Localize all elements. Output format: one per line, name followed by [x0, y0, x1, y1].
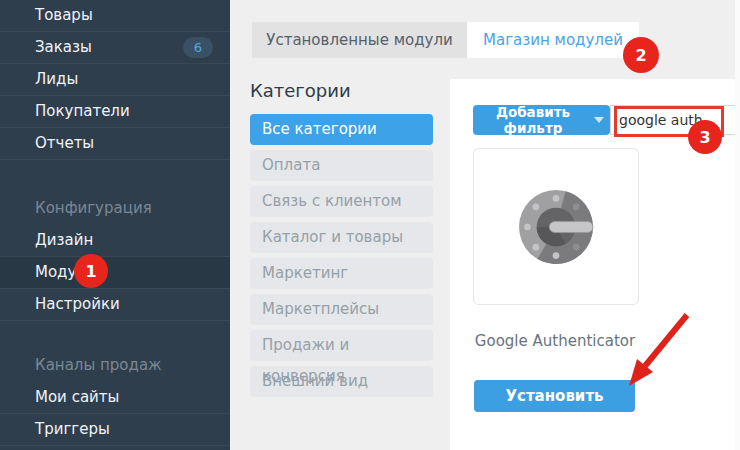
sidebar-item-label: Дизайн — [35, 231, 93, 249]
sidebar-item-label: Покупатели — [35, 102, 130, 120]
orders-count-badge: 6 — [183, 37, 213, 58]
scrollbar[interactable] — [735, 0, 740, 450]
modules-store-page: Товары Заказы 6 Лиды Покупатели Отчеты К… — [0, 0, 740, 450]
category-appearance[interactable]: Внешний вид — [250, 366, 433, 397]
tab-installed-modules[interactable]: Установленные модули — [252, 22, 467, 58]
sidebar-item-label: Заказы — [35, 38, 92, 56]
chevron-down-icon — [594, 117, 604, 123]
sidebar-item-label: Модули — [35, 263, 96, 281]
category-client-communication[interactable]: Связь с клиентом — [250, 186, 433, 217]
section-label: Каналы продаж — [35, 356, 162, 374]
add-filter-label: Добавить фильтр — [479, 104, 587, 136]
module-card[interactable] — [473, 148, 639, 305]
category-all[interactable]: Все категории — [250, 114, 433, 145]
sidebar-item-label: Отчеты — [35, 134, 94, 152]
sidebar-section-sales-channels: Каналы продаж — [0, 321, 230, 382]
sidebar-item-label: Лиды — [35, 70, 78, 88]
category-sales-conversion[interactable]: Продажи и конверсия — [250, 330, 433, 361]
categories-panel: Категории Все категории Оплата Связь с к… — [250, 80, 433, 402]
tab-module-store[interactable]: Магазин модулей — [467, 22, 639, 58]
sidebar-item-orders[interactable]: Заказы 6 — [0, 32, 230, 64]
sidebar-item-label: Триггеры — [35, 420, 110, 438]
module-search-input[interactable] — [610, 105, 740, 135]
sidebar: Товары Заказы 6 Лиды Покупатели Отчеты К… — [0, 0, 230, 450]
category-catalog-products[interactable]: Каталог и товары — [250, 222, 433, 253]
module-name: Google Authenticator — [473, 332, 637, 350]
google-authenticator-icon — [514, 185, 598, 269]
category-marketplaces[interactable]: Маркетплейсы — [250, 294, 433, 325]
module-store-panel: Добавить фильтр Google Authenticator — [450, 79, 740, 450]
sidebar-item-settings[interactable]: Настройки — [0, 289, 230, 321]
categories-title: Категории — [250, 80, 433, 101]
sidebar-item-modules[interactable]: Модули — [0, 257, 230, 289]
sidebar-item-label: Товары — [35, 6, 93, 24]
install-button[interactable]: Установить — [474, 380, 635, 412]
add-filter-button[interactable]: Добавить фильтр — [473, 105, 610, 135]
sidebar-item-my-sites[interactable]: Мои сайты — [0, 382, 230, 414]
sidebar-item-triggers[interactable]: Триггеры — [0, 414, 230, 446]
section-label: Конфигурация — [35, 199, 152, 217]
sidebar-item-leads[interactable]: Лиды — [0, 64, 230, 96]
sidebar-item-design[interactable]: Дизайн — [0, 225, 230, 257]
sidebar-item-customers[interactable]: Покупатели — [0, 96, 230, 128]
sidebar-item-products[interactable]: Товары — [0, 0, 230, 32]
sidebar-section-configuration: Конфигурация — [0, 160, 230, 225]
modules-tabs: Установленные модули Магазин модулей — [252, 22, 639, 58]
category-marketing[interactable]: Маркетинг — [250, 258, 433, 289]
sidebar-item-reports[interactable]: Отчеты — [0, 128, 230, 160]
sidebar-item-label: Мои сайты — [35, 388, 119, 406]
category-payment[interactable]: Оплата — [250, 150, 433, 181]
sidebar-item-label: Настройки — [35, 295, 120, 313]
